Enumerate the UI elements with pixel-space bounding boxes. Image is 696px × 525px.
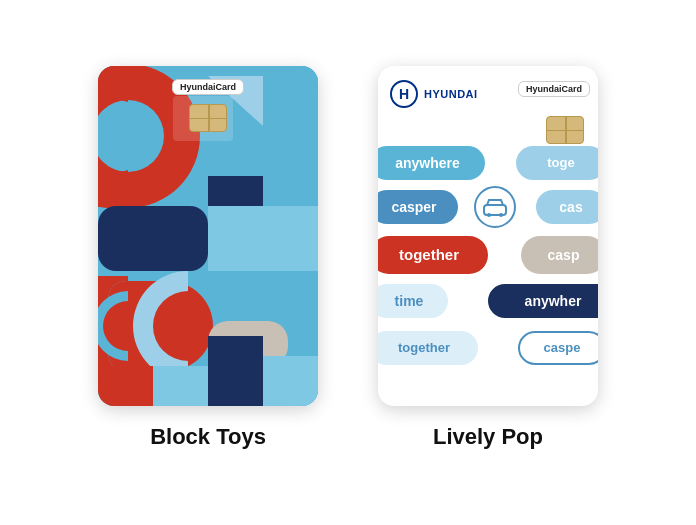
face-icon-circle [474, 186, 516, 228]
pill-casp-gray: casp [521, 236, 598, 274]
svg-text:H: H [399, 86, 409, 102]
svg-rect-12 [98, 366, 153, 406]
pill-casper-outline: caspe [518, 331, 598, 365]
hyundai-badge-lively-text: HyundaiCard [526, 84, 582, 94]
pill-casper-1: casper [378, 190, 458, 224]
hyundai-badge-block: HyundaiCard [172, 79, 244, 95]
chip-lively [546, 116, 584, 144]
svg-rect-6 [263, 76, 318, 176]
svg-marker-11 [263, 356, 318, 406]
pill-cas-1: cas [536, 190, 598, 224]
car-icon [482, 197, 508, 217]
cards-container: HyundaiCard [98, 66, 598, 460]
svg-rect-8 [98, 206, 208, 271]
pill-together-outline: together [378, 331, 478, 365]
block-toys-card: HyundaiCard [98, 66, 318, 406]
hyundai-badge-text: HyundaiCard [180, 82, 236, 92]
chip-block [189, 104, 227, 132]
pill-together-1: toge [516, 146, 598, 180]
pill-together-red: together [378, 236, 488, 274]
block-toys-wrapper: HyundaiCard [98, 66, 318, 450]
pill-time: time [378, 284, 448, 318]
lively-pop-label: Lively Pop [433, 424, 543, 450]
hyundai-emblem-icon: H [390, 80, 418, 108]
svg-point-19 [499, 213, 503, 217]
hyundai-logo: H HYUNDAI [390, 80, 478, 108]
hyundai-badge-lively: HyundaiCard [518, 78, 590, 97]
lively-pop-card: H HYUNDAI HyundaiCard anywhere [378, 66, 598, 406]
svg-rect-9 [208, 206, 318, 271]
lively-pop-wrapper: H HYUNDAI HyundaiCard anywhere [378, 66, 598, 450]
lively-pop-inner: H HYUNDAI HyundaiCard anywhere [378, 66, 598, 406]
pill-anywhere-1: anywhere [378, 146, 485, 180]
svg-rect-17 [484, 205, 506, 215]
svg-rect-14 [153, 366, 208, 406]
svg-marker-13 [208, 336, 263, 406]
svg-point-18 [487, 213, 491, 217]
block-toys-label: Block Toys [150, 424, 266, 450]
hyundai-brand-text: HYUNDAI [424, 88, 478, 100]
pill-anywhere-navy: anywher [488, 284, 598, 318]
